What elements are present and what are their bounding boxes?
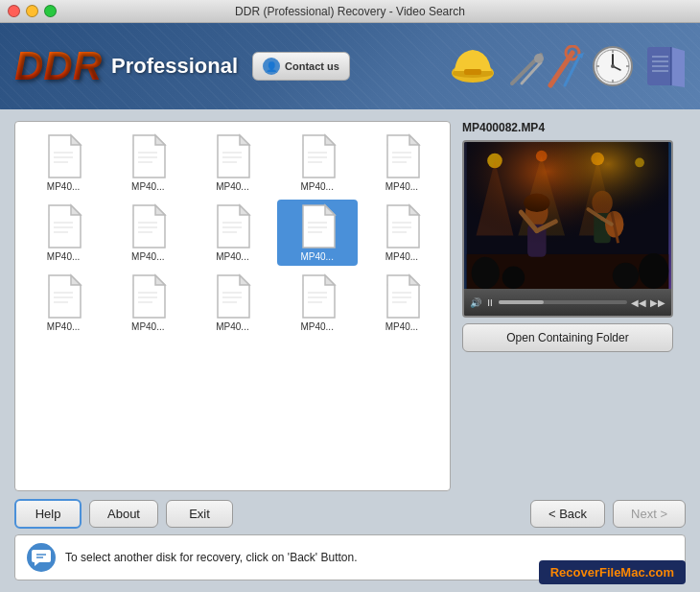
- file-item[interactable]: MP40...: [23, 200, 104, 266]
- logo-professional: Professional: [111, 54, 238, 79]
- file-label: MP40...: [131, 251, 164, 262]
- file-grid-container[interactable]: MP40... MP40...: [14, 121, 451, 491]
- helmet-icon: [447, 42, 500, 90]
- svg-rect-1: [464, 69, 481, 75]
- play-pause-button[interactable]: ⏸: [485, 297, 495, 308]
- about-button[interactable]: About: [89, 500, 158, 528]
- book-icon: [642, 45, 690, 88]
- file-icon: [383, 133, 421, 179]
- file-label: MP40...: [300, 251, 333, 262]
- file-label: MP40...: [216, 251, 248, 262]
- file-label: MP40...: [216, 321, 248, 332]
- file-icon: [213, 203, 251, 249]
- file-icon: [383, 203, 421, 249]
- file-label: MP40...: [47, 251, 80, 262]
- progress-bar[interactable]: [499, 300, 627, 304]
- contact-button[interactable]: 👤 Contact us: [252, 52, 350, 81]
- file-icon: [128, 203, 167, 249]
- video-preview: 🔊 ⏸ ◀◀ ▶▶: [462, 140, 673, 318]
- branding: RecoverFileMac.com: [539, 560, 686, 584]
- file-icon: [383, 273, 421, 320]
- file-label: MP40...: [131, 181, 164, 192]
- file-item[interactable]: MP40...: [277, 270, 358, 336]
- open-folder-button[interactable]: Open Containing Folder: [462, 323, 673, 352]
- header-icons: [447, 42, 690, 90]
- close-button[interactable]: [8, 5, 20, 17]
- window-controls[interactable]: [8, 5, 57, 17]
- concert-image: [464, 142, 671, 289]
- file-item[interactable]: MP40...: [192, 130, 272, 196]
- file-label: MP40...: [385, 321, 418, 332]
- file-icon: [298, 273, 337, 320]
- preview-filename: MP400082.MP4: [462, 121, 686, 134]
- file-grid: MP40... MP40...: [23, 130, 442, 336]
- main-content: MP40... MP40...: [0, 109, 700, 592]
- status-icon: [27, 543, 56, 572]
- next-frame-button[interactable]: ▶▶: [650, 297, 665, 308]
- file-icon: [44, 203, 82, 249]
- file-label: MP40...: [131, 321, 164, 332]
- file-label: MP40...: [47, 321, 80, 332]
- file-icon: [128, 133, 167, 179]
- browser-area: MP40... MP40...: [14, 121, 686, 491]
- file-label: MP40...: [216, 181, 248, 192]
- file-item[interactable]: MP40...: [192, 270, 272, 336]
- exit-button[interactable]: Exit: [166, 500, 233, 528]
- file-icon: [298, 203, 337, 249]
- file-icon: [44, 273, 82, 320]
- header: DDR Professional 👤 Contact us: [0, 23, 700, 109]
- tools-icon: [507, 45, 584, 88]
- file-label: MP40...: [47, 181, 80, 192]
- progress-fill: [499, 300, 544, 304]
- file-item[interactable]: MP40...: [277, 200, 358, 266]
- volume-icon[interactable]: 🔊: [470, 297, 481, 308]
- file-label: MP40...: [385, 181, 418, 192]
- contact-icon: 👤: [263, 58, 280, 75]
- status-message: To select another disk for recovery, cli…: [65, 551, 358, 564]
- logo-area: DDR Professional: [14, 46, 238, 86]
- chat-icon: [32, 548, 51, 567]
- minimize-button[interactable]: [26, 5, 38, 17]
- file-item[interactable]: MP40...: [192, 200, 272, 266]
- file-item[interactable]: MP40...: [107, 200, 188, 266]
- svg-point-13: [611, 64, 615, 68]
- logo-ddr: DDR: [14, 46, 102, 86]
- file-label: MP40...: [300, 321, 333, 332]
- video-content: [464, 142, 671, 289]
- prev-frame-button[interactable]: ◀◀: [631, 297, 646, 308]
- video-controls[interactable]: 🔊 ⏸ ◀◀ ▶▶: [464, 289, 671, 316]
- branding-text: RecoverFileMac.com: [550, 565, 674, 580]
- window-title: DDR (Professional) Recovery - Video Sear…: [235, 5, 465, 18]
- clock-icon: [592, 45, 635, 88]
- file-item[interactable]: MP40...: [362, 130, 442, 196]
- bottom-buttons: Help About Exit < Back Next >: [14, 499, 686, 529]
- file-icon: [213, 273, 251, 320]
- maximize-button[interactable]: [44, 5, 57, 17]
- contact-label: Contact us: [285, 60, 339, 72]
- file-item[interactable]: MP40...: [107, 270, 188, 336]
- file-icon: [128, 273, 167, 320]
- svg-rect-93: [467, 142, 668, 289]
- title-bar: DDR (Professional) Recovery - Video Sear…: [0, 0, 700, 23]
- file-label: MP40...: [385, 251, 418, 262]
- next-button[interactable]: Next >: [613, 500, 686, 528]
- file-item[interactable]: MP40...: [362, 270, 442, 336]
- file-icon: [298, 133, 337, 179]
- file-icon: [213, 133, 251, 179]
- file-item[interactable]: MP40...: [107, 130, 188, 196]
- file-item[interactable]: MP40...: [277, 130, 358, 196]
- back-button[interactable]: < Back: [530, 500, 605, 528]
- svg-point-4: [534, 54, 544, 63]
- file-item[interactable]: MP40...: [362, 200, 442, 266]
- preview-panel: MP400082.MP4: [462, 121, 686, 491]
- file-icon: [44, 133, 82, 179]
- file-label: MP40...: [300, 181, 333, 192]
- help-button[interactable]: Help: [14, 499, 82, 529]
- file-item[interactable]: MP40...: [23, 270, 104, 336]
- file-item[interactable]: MP40...: [23, 130, 104, 196]
